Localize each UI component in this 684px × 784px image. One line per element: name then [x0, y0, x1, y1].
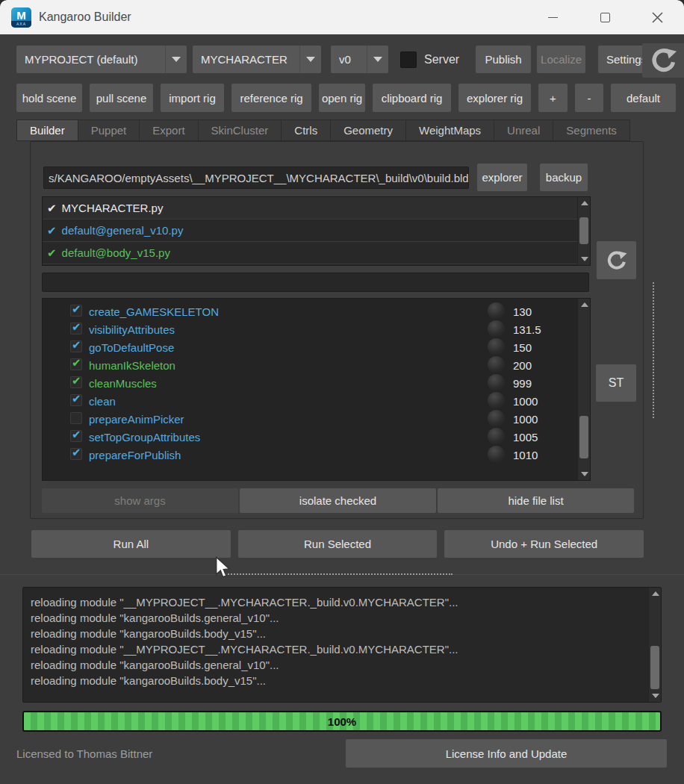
- localize-button[interactable]: Localize: [537, 46, 585, 73]
- refresh-project-button[interactable]: [642, 43, 684, 78]
- scroll-up-icon[interactable]: [578, 299, 591, 311]
- close-button[interactable]: [640, 5, 674, 29]
- open-rig-button[interactable]: open rig: [319, 84, 365, 112]
- task-list-scrollbar[interactable]: [577, 299, 590, 480]
- add-button[interactable]: +: [538, 84, 568, 112]
- scroll-up-icon[interactable]: [649, 588, 662, 600]
- tab-puppet[interactable]: Puppet: [78, 119, 140, 141]
- add-label: +: [550, 92, 556, 105]
- hide-file-list-button[interactable]: hide file list: [438, 488, 634, 513]
- tab-segments[interactable]: Segments: [553, 119, 630, 141]
- project-dropdown[interactable]: MYPROJECT (default): [16, 46, 187, 73]
- tab-weightmaps[interactable]: WeightMaps: [406, 119, 494, 141]
- scroll-up-icon[interactable]: [578, 197, 591, 209]
- log-scrollbar[interactable]: [648, 588, 661, 702]
- vertical-splitter-handle[interactable]: [653, 282, 654, 418]
- priority-knob[interactable]: [488, 428, 505, 445]
- file-row[interactable]: ✔ MYCHARACTER.py: [43, 197, 577, 220]
- task-row[interactable]: ✔ setTopGroupAttributes 1005: [43, 428, 577, 446]
- license-info-button[interactable]: License Info and Update: [346, 739, 667, 768]
- task-row[interactable]: ✔ goToDefaultPose 150: [43, 338, 577, 356]
- task-row[interactable]: ✔ cleanMuscles 999: [43, 374, 577, 392]
- server-checkbox[interactable]: [400, 52, 417, 68]
- priority-knob[interactable]: [488, 446, 505, 463]
- st-button[interactable]: ST: [596, 364, 636, 402]
- tab-ctrls[interactable]: Ctrls: [282, 119, 331, 141]
- task-checkbox[interactable]: ✔: [70, 323, 82, 335]
- scrollbar-thumb[interactable]: [650, 646, 659, 689]
- priority-knob[interactable]: [488, 392, 505, 409]
- import-rig-label: import rig: [169, 92, 216, 105]
- tab-unreal[interactable]: Unreal: [494, 119, 553, 141]
- import-rig-button[interactable]: import rig: [161, 84, 224, 112]
- task-priority-value: 130: [513, 305, 532, 318]
- publish-button[interactable]: Publish: [476, 46, 531, 73]
- build-path-input[interactable]: s/KANGAROO/emptyAssets\__MYPROJECT__\MYC…: [43, 167, 469, 189]
- remove-button[interactable]: -: [575, 84, 603, 112]
- undo-run-selected-button[interactable]: Undo + Run Selected: [444, 530, 644, 558]
- version-dropdown[interactable]: v0: [331, 46, 388, 73]
- task-row[interactable]: ✔ clean 1000: [43, 392, 577, 410]
- task-row[interactable]: ✔ humanIkSkeleton 200: [43, 356, 577, 374]
- filter-input[interactable]: [42, 273, 589, 292]
- default-button[interactable]: default: [611, 84, 676, 112]
- tab-builder[interactable]: Builder: [16, 119, 78, 141]
- scroll-down-icon[interactable]: [578, 468, 591, 480]
- task-list: ✔ create_GAMESKELETON 130 ✔ visibilityAt…: [42, 298, 591, 481]
- run-selected-button[interactable]: Run Selected: [238, 530, 438, 558]
- task-checkbox[interactable]: ✔: [70, 340, 82, 352]
- task-checkbox[interactable]: ✔: [70, 430, 82, 442]
- refresh-icon: [650, 46, 678, 75]
- run-all-label: Run All: [114, 538, 149, 550]
- clipboard-rig-button[interactable]: clipboard rig: [373, 84, 451, 112]
- task-priority-value: 1010: [513, 449, 538, 461]
- reference-rig-button[interactable]: reference rig: [231, 84, 311, 112]
- priority-knob[interactable]: [488, 356, 505, 373]
- task-row[interactable]: ✔ prepareForPublish 1010: [43, 446, 577, 464]
- task-name: clean: [89, 395, 116, 408]
- priority-knob[interactable]: [488, 374, 505, 391]
- explorer-rig-button[interactable]: explorer rig: [458, 84, 531, 112]
- file-row[interactable]: ✔ default@general_v10.py: [43, 220, 577, 242]
- isolate-checked-button[interactable]: isolate checked: [240, 488, 436, 513]
- task-checkbox[interactable]: ✔: [70, 358, 82, 370]
- task-checkbox[interactable]: ✔: [70, 394, 82, 406]
- task-checkbox[interactable]: ✔: [70, 448, 82, 460]
- character-dropdown[interactable]: MYCHARACTER: [193, 46, 321, 73]
- task-checkbox[interactable]: ✔: [70, 305, 82, 317]
- task-priority-value: 1000: [513, 413, 538, 426]
- scrollbar-thumb[interactable]: [579, 416, 588, 458]
- backup-button[interactable]: backup: [540, 164, 588, 191]
- priority-knob[interactable]: [488, 302, 505, 320]
- show-args-button[interactable]: show args: [42, 488, 238, 513]
- priority-knob[interactable]: [488, 410, 505, 427]
- hold-scene-button[interactable]: hold scene: [16, 84, 82, 112]
- check-icon: ✔: [72, 428, 81, 441]
- pull-scene-button[interactable]: pull scene: [90, 84, 153, 112]
- reference-rig-label: reference rig: [240, 92, 302, 105]
- task-row[interactable]: prepareAnimPicker 1000: [43, 410, 577, 428]
- priority-knob[interactable]: [488, 320, 505, 337]
- minimize-button[interactable]: [535, 5, 570, 29]
- scrollbar-thumb[interactable]: [579, 217, 588, 244]
- file-list-scrollbar[interactable]: [577, 197, 590, 265]
- task-row[interactable]: ✔ visibilityAttributes 131.5: [43, 320, 577, 338]
- horizontal-splitter-handle[interactable]: [223, 573, 453, 575]
- tab-geometry[interactable]: Geometry: [331, 119, 406, 141]
- scroll-down-icon[interactable]: [649, 690, 662, 702]
- run-all-button[interactable]: Run All: [31, 530, 231, 558]
- explorer-button[interactable]: explorer: [477, 164, 527, 191]
- maya-app-icon: M AXA: [11, 7, 31, 28]
- task-checkbox[interactable]: ✔: [70, 376, 82, 388]
- scroll-down-icon[interactable]: [578, 253, 591, 265]
- file-row[interactable]: ✔ default@body_v15.py: [43, 242, 577, 264]
- isolate-checked-label: isolate checked: [299, 494, 376, 507]
- task-checkbox[interactable]: [70, 412, 82, 424]
- tab-skincluster[interactable]: SkinCluster: [199, 119, 282, 141]
- priority-knob[interactable]: [488, 338, 505, 355]
- maximize-button[interactable]: [588, 5, 622, 29]
- task-row[interactable]: ✔ create_GAMESKELETON 130: [43, 302, 577, 320]
- tab-export[interactable]: Export: [140, 119, 198, 141]
- refresh-file-list-button[interactable]: [597, 241, 636, 279]
- chevron-down-icon: [165, 46, 187, 73]
